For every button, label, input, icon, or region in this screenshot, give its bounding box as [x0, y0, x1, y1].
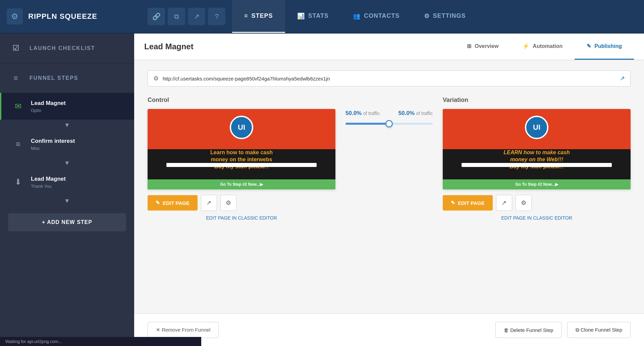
step-connector-2: ▼ [0, 158, 134, 169]
split-test-container: Control UI Learn how to make cash money … [148, 97, 631, 221]
help-tool-button[interactable]: ? [208, 8, 225, 25]
main-layout: ☑ LAUNCH CHECKLIST ≡ FUNNEL STEPS ✉ Lead… [0, 34, 644, 346]
variation-variant: Variation UI LEARN how to make cash mone… [443, 97, 631, 221]
settings-icon: ⚙ [424, 12, 430, 20]
slider-fill [345, 123, 389, 125]
main-content: Lead Magnet ⊞ Overview ⚡ Automation ✎ Pu… [134, 34, 644, 346]
variation-actions: ✎ EDIT PAGE ↗ ⚙ [443, 195, 631, 211]
page-title: Lead Magnet [144, 42, 455, 51]
status-text: Waiting for api.url2png.com... [5, 339, 62, 344]
sidebar-launch-checklist[interactable]: ☑ LAUNCH CHECKLIST [0, 34, 134, 63]
step-name: Lead Magnet [31, 176, 66, 182]
control-label: Control [148, 97, 335, 104]
funnel-icon: ≡ [9, 71, 23, 85]
external-tool-button[interactable]: ↗ [188, 8, 205, 25]
variation-traffic-of: of traffic [416, 111, 433, 116]
variation-edit-icon: ✎ [451, 200, 455, 206]
sidebar-item-lead-magnet-ty[interactable]: ⬇ Lead Magnet Thank You [0, 169, 134, 195]
stats-icon: 📊 [297, 12, 305, 20]
tab-steps[interactable]: ≡ STEPS [232, 0, 285, 33]
variation-label: Variation [443, 97, 631, 104]
sidebar-item-confirm-interest[interactable]: ≡ Confirm interest Misc [0, 131, 134, 158]
control-preview: UI Learn how to make cash money on the i… [148, 109, 335, 189]
control-traffic-pct: 50.0% [345, 110, 362, 116]
step-type: Misc [31, 146, 75, 151]
sidebar-funnel-steps-header[interactable]: ≡ FUNNEL STEPS [0, 63, 134, 93]
control-edit-page-button[interactable]: ✎ EDIT PAGE [148, 195, 198, 211]
slider-labels: 50.0% of traffic 50.0% of traffic [345, 110, 433, 117]
download-icon: ⬇ [11, 175, 25, 189]
variation-classic-editor-link[interactable]: EDIT PAGE IN CLASSIC EDITOR [501, 215, 572, 221]
url-gear-icon[interactable]: ⚙ [153, 75, 159, 82]
step-connector-3: ▼ [0, 195, 134, 207]
control-variant: Control UI Learn how to make cash money … [148, 97, 335, 221]
nav-brand: ⚙ RIPPLN SQUEEZE [7, 8, 141, 24]
publishing-icon: ✎ [587, 43, 591, 49]
url-external-link-icon[interactable]: ↗ [620, 75, 625, 82]
sub-tab-overview[interactable]: ⊞ Overview [455, 34, 511, 60]
tool-buttons: 🔗 ⧉ ↗ ? [148, 8, 225, 25]
url-text: http://cf.usertasks.com/squeeze-page850v… [163, 76, 616, 81]
bottom-action-bar: ✕ Remove From Funnel 🗑 Delete Funnel Ste… [134, 313, 644, 346]
tab-contacts[interactable]: 👥 CONTACTS [341, 0, 412, 33]
clone-funnel-step-button[interactable]: ⧉ Clone Funnel Step [567, 322, 631, 338]
sidebar-item-lead-magnet-optin[interactable]: ✉ Lead Magnet Optin [0, 93, 134, 120]
sub-tab-automation[interactable]: ⚡ Automation [511, 34, 575, 60]
control-traffic-of: of traffic [363, 111, 380, 116]
sub-tab-publishing[interactable]: ✎ Publishing [575, 34, 634, 60]
step-connector-1: ▼ [0, 120, 134, 131]
app-title: RIPPLN SQUEEZE [28, 12, 97, 21]
tab-settings[interactable]: ⚙ SETTINGS [412, 0, 478, 33]
top-nav: ⚙ RIPPLN SQUEEZE 🔗 ⧉ ↗ ? ≡ STEPS 📊 STATS… [0, 0, 644, 34]
variation-edit-page-button[interactable]: ✎ EDIT PAGE [443, 195, 493, 211]
control-logo: UI [230, 116, 253, 139]
misc-icon: ≡ [11, 137, 25, 152]
step-name: Confirm interest [31, 138, 75, 145]
step-type: Optin [31, 108, 66, 113]
control-cta-bar: Go To Step #2 Now... ▶ [148, 179, 335, 189]
app-gear-icon[interactable]: ⚙ [7, 8, 23, 24]
link-tool-button[interactable]: 🔗 [148, 8, 165, 25]
sub-navigation: Lead Magnet ⊞ Overview ⚡ Automation ✎ Pu… [134, 34, 644, 60]
variation-external-link-button[interactable]: ↗ [496, 195, 512, 211]
traffic-slider-section: 50.0% of traffic 50.0% of traffic [335, 97, 443, 128]
add-new-step-button[interactable]: + ADD NEW STEP [8, 213, 126, 231]
overview-icon: ⊞ [467, 43, 471, 49]
variation-cta-bar: Go To Step #2 Now... ▶ [443, 179, 631, 189]
checklist-icon: ☑ [9, 42, 23, 55]
step-type: Thank You [31, 184, 66, 189]
variation-logo: UI [525, 116, 548, 139]
status-bar: Waiting for api.url2png.com... [0, 337, 201, 346]
delete-funnel-step-button[interactable]: 🗑 Delete Funnel Step [495, 322, 562, 338]
main-nav-tabs: ≡ STEPS 📊 STATS 👥 CONTACTS ⚙ SETTINGS [232, 0, 637, 33]
tab-stats[interactable]: 📊 STATS [285, 0, 341, 33]
variation-preview: UI LEARN how to make cash money on the W… [443, 109, 631, 189]
remove-from-funnel-button[interactable]: ✕ Remove From Funnel [148, 322, 219, 338]
steps-icon: ≡ [244, 12, 248, 19]
control-actions: ✎ EDIT PAGE ↗ ⚙ [148, 195, 335, 211]
contacts-icon: 👥 [353, 12, 361, 20]
sidebar: ☑ LAUNCH CHECKLIST ≡ FUNNEL STEPS ✉ Lead… [0, 34, 134, 346]
automation-icon: ⚡ [523, 43, 529, 49]
url-bar: ⚙ http://cf.usertasks.com/squeeze-page85… [148, 70, 631, 86]
control-external-link-button[interactable]: ↗ [201, 195, 217, 211]
sub-nav-tabs: ⊞ Overview ⚡ Automation ✎ Publishing [455, 34, 634, 60]
email-icon: ✉ [11, 99, 25, 114]
copy-tool-button[interactable]: ⧉ [168, 8, 185, 25]
variation-settings-button[interactable]: ⚙ [516, 195, 532, 211]
slider-thumb[interactable] [385, 120, 393, 127]
control-settings-button[interactable]: ⚙ [220, 195, 236, 211]
edit-icon: ✎ [156, 200, 160, 206]
slider-track [345, 123, 433, 125]
right-action-buttons: 🗑 Delete Funnel Step ⧉ Clone Funnel Step [495, 322, 631, 338]
variation-traffic-pct: 50.0% [398, 110, 415, 116]
control-classic-editor-link[interactable]: EDIT PAGE IN CLASSIC EDITOR [206, 215, 277, 221]
content-area: ⚙ http://cf.usertasks.com/squeeze-page85… [134, 60, 644, 313]
step-name: Lead Magnet [31, 100, 66, 107]
